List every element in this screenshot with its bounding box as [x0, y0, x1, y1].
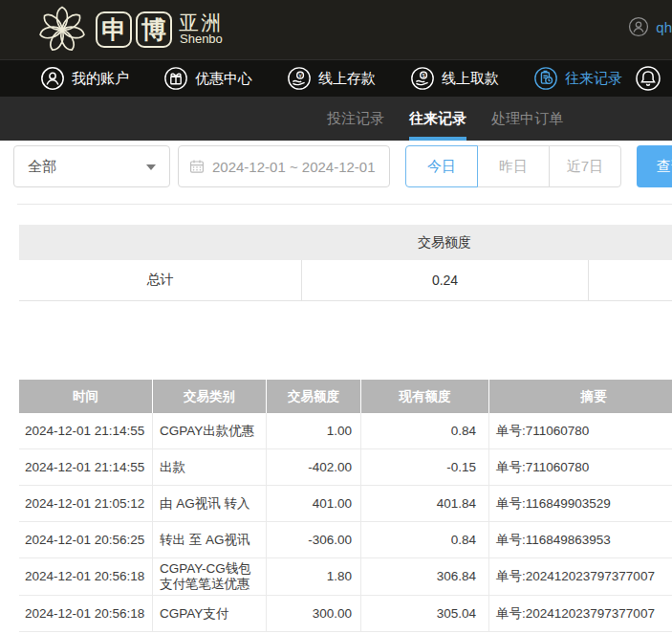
brand-header: 申 博 亚洲 Shenbo qh [0, 0, 672, 59]
summary-total-label: 总计 [19, 260, 301, 300]
summary-empty-cell [588, 260, 672, 300]
search-button[interactable]: 查询 [637, 145, 672, 187]
cell-time: 2024-12-01 21:05:12 [19, 486, 152, 521]
table-row: 2024-12-01 20:56:18CGPAY-CG钱包支付笔笔送优惠1.80… [19, 558, 672, 596]
record-tabs: 投注记录 往来记录 处理中订单 [0, 97, 672, 141]
records-icon [533, 66, 558, 91]
cell-note: 单号:202412023797377007 [488, 558, 672, 595]
quick-range-buttons: 今日 昨日 近7日 [405, 145, 621, 187]
logo-subtitle: Shenbo [180, 32, 223, 46]
cell-type: 出款 [152, 449, 266, 485]
date-range-input[interactable]: 2024-12-01 ~ 2024-12-01 [178, 145, 390, 187]
cell-note: 单号:711060780 [488, 413, 672, 448]
withdraw-icon: $ [410, 66, 435, 91]
nav-item-label: 线上存款 [318, 70, 376, 88]
type-select[interactable]: 全部 [13, 145, 170, 187]
filter-bar: 全部 2024-12-01 ~ 2024-12-01 今日 昨日 近7日 查询 [0, 145, 672, 187]
summary-header-row: 交易额度 [19, 225, 672, 260]
deposit-icon: ¥ [287, 66, 312, 91]
caret-down-icon [146, 164, 156, 170]
cell-type: 由 AG视讯 转入 [152, 486, 266, 521]
cell-note: 单号:202412023797377007 [488, 596, 672, 631]
cell-balance: 401.84 [360, 486, 488, 521]
col-header-note: 摘要 [488, 380, 672, 413]
table-row: 2024-12-01 20:56:18CGPAY支付300.00305.04单号… [19, 596, 672, 632]
nav-item-label: 我的账户 [72, 70, 129, 88]
cell-note: 单号:711060780 [488, 449, 672, 485]
cell-balance: 0.84 [360, 413, 488, 448]
cell-balance: 306.84 [360, 558, 488, 595]
nav-item-deposit[interactable]: ¥ 线上存款 [287, 66, 376, 91]
cell-amount: 300.00 [266, 596, 360, 631]
cell-amount: 1.80 [266, 558, 360, 595]
cell-amount: 1.00 [266, 413, 360, 448]
flower-logo-icon [34, 3, 90, 56]
date-range-value: 2024-12-01 ~ 2024-12-01 [212, 159, 376, 175]
col-header-time: 时间 [19, 380, 152, 413]
nav-item-label: 优惠中心 [195, 70, 252, 88]
tab-betting-records[interactable]: 投注记录 [327, 97, 384, 141]
table-header: 时间 交易类别 交易额度 现有额度 摘要 [19, 380, 672, 413]
user-menu[interactable]: qh [628, 16, 672, 37]
transactions-table: 时间 交易类别 交易额度 现有额度 摘要 2024-12-01 21:14:55… [19, 380, 672, 632]
gift-icon [163, 66, 188, 91]
col-header-balance: 现有额度 [360, 380, 488, 413]
calendar-icon [189, 159, 205, 174]
cell-time: 2024-12-01 21:14:55 [19, 449, 152, 485]
nav-item-withdraw[interactable]: $ 线上取款 [410, 66, 499, 91]
cell-balance: 305.04 [360, 596, 488, 631]
cell-type: CGPAY-CG钱包支付笔笔送优惠 [152, 558, 266, 595]
yesterday-button[interactable]: 昨日 [477, 145, 550, 187]
nav-item-label: 往来记录 [565, 70, 622, 88]
nav-item-records[interactable]: 往来记录 [533, 66, 622, 91]
tab-transaction-records[interactable]: 往来记录 [409, 97, 466, 141]
main-nav: 我的账户 优惠中心 ¥ 线上存款 [0, 59, 672, 97]
col-header-type: 交易类别 [152, 380, 266, 413]
table-row: 2024-12-01 20:56:25转出 至 AG视讯-306.000.84单… [19, 522, 672, 558]
last7days-button[interactable]: 近7日 [549, 145, 621, 187]
summary-total-row: 总计 0.24 [19, 260, 672, 301]
summary-header-label: 交易额度 [301, 234, 588, 251]
cell-type: CGPAY支付 [152, 596, 266, 631]
nav-item-label: 线上取款 [442, 70, 499, 88]
cell-amount: -306.00 [266, 522, 360, 557]
table-row: 2024-12-01 21:14:55CGPAY出款优惠1.000.84单号:7… [19, 413, 672, 449]
cell-type: 转出 至 AG视讯 [152, 522, 266, 557]
cell-balance: 0.84 [360, 522, 488, 557]
summary-total-value: 0.24 [301, 260, 588, 300]
cell-type: CGPAY出款优惠 [152, 413, 266, 448]
bell-icon [635, 65, 661, 92]
cell-time: 2024-12-01 21:14:55 [19, 413, 152, 448]
section-divider [17, 204, 672, 205]
cell-time: 2024-12-01 20:56:25 [19, 522, 152, 557]
notifications-button[interactable] [635, 65, 661, 92]
username: qh [656, 19, 672, 35]
user-avatar-icon [628, 16, 649, 37]
summary-table: 交易额度 总计 0.24 [19, 225, 672, 301]
cell-note: 单号:116849863953 [488, 522, 672, 557]
table-row: 2024-12-01 21:05:12由 AG视讯 转入401.00401.84… [19, 486, 672, 522]
type-select-value: 全部 [28, 158, 56, 176]
today-button[interactable]: 今日 [405, 145, 478, 187]
table-row: 2024-12-01 21:14:55出款-402.00-0.15单号:7110… [19, 449, 672, 486]
table-body: 2024-12-01 21:14:55CGPAY出款优惠1.000.84单号:7… [19, 413, 672, 632]
col-header-amount: 交易额度 [266, 380, 360, 413]
nav-item-promotions[interactable]: 优惠中心 [163, 66, 252, 91]
cell-balance: -0.15 [360, 449, 488, 485]
tab-pending-orders[interactable]: 处理中订单 [491, 97, 563, 141]
cell-amount: -402.00 [266, 449, 360, 485]
nav-item-account[interactable]: 我的账户 [40, 66, 129, 91]
cell-time: 2024-12-01 20:56:18 [19, 596, 152, 631]
cell-note: 单号:116849903529 [488, 486, 672, 521]
logo-char-shen: 申 [96, 11, 132, 48]
account-icon [40, 66, 65, 91]
cell-amount: 401.00 [266, 486, 360, 521]
cell-time: 2024-12-01 20:56:18 [19, 558, 152, 595]
logo-char-bo: 博 [136, 11, 172, 48]
